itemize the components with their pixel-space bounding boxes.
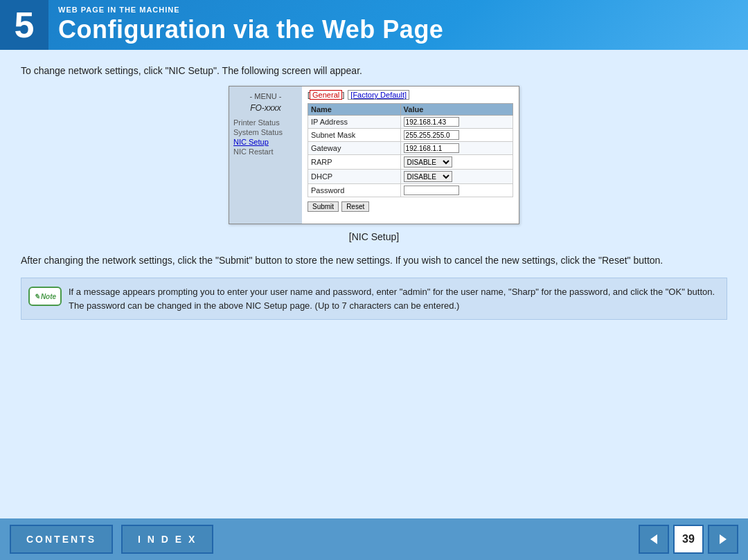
note-icon-label: Note: [41, 293, 56, 300]
subnet-mask-input[interactable]: [404, 130, 459, 140]
previous-page-button[interactable]: [639, 525, 669, 554]
nic-top-links: [General] [Factory Default]: [308, 91, 513, 99]
sidebar-link-nic-restart[interactable]: NIC Restart: [233, 147, 298, 156]
note-line1: If a message appears prompting you to en…: [69, 287, 715, 297]
field-label-gateway: Gateway: [308, 142, 401, 155]
reset-button[interactable]: Reset: [341, 201, 369, 212]
header-text-area: WEB PAGE IN THE MACHINE Configuration vi…: [48, 0, 443, 50]
nic-screenshot: - MENU - FO-xxxx Printer Status System S…: [229, 86, 519, 224]
nic-settings-table: Name Value IP Address Subnet Mask: [308, 103, 513, 197]
rarp-select[interactable]: DISABLE ENABLE: [404, 156, 452, 168]
sidebar-link-printer-status[interactable]: Printer Status: [233, 118, 298, 127]
note-box: ✎ Note If a message appears prompting yo…: [21, 278, 727, 320]
field-label-dhcp: DHCP: [308, 170, 401, 184]
bracket-close: ]: [342, 91, 344, 99]
printer-name: FO-xxxx: [233, 103, 298, 113]
header-title: Configuration via the Web Page: [58, 15, 443, 44]
table-row: IP Address: [308, 116, 513, 129]
chapter-number: 5: [15, 7, 35, 43]
col-header-value: Value: [400, 104, 513, 116]
general-link[interactable]: General: [310, 90, 342, 100]
footer-nav: 39: [639, 525, 738, 554]
field-value-dhcp: DISABLE ENABLE: [400, 170, 513, 184]
table-row: Password: [308, 184, 513, 197]
svg-marker-0: [650, 534, 657, 544]
field-label-subnet: Subnet Mask: [308, 129, 401, 142]
page-header: 5 WEB PAGE IN THE MACHINE Configuration …: [0, 0, 748, 50]
table-row: RARP DISABLE ENABLE: [308, 155, 513, 170]
nic-action-buttons: Submit Reset: [308, 201, 513, 212]
nic-main-panel: [General] [Factory Default] Name Value I…: [302, 87, 519, 224]
table-row: Subnet Mask: [308, 129, 513, 142]
dhcp-select[interactable]: DISABLE ENABLE: [404, 171, 452, 182]
table-row: DHCP DISABLE ENABLE: [308, 170, 513, 184]
field-label-ip: IP Address: [308, 116, 401, 129]
col-header-name: Name: [308, 104, 401, 116]
page-number: 39: [673, 525, 704, 554]
factory-default-link[interactable]: [Factory Default]: [348, 90, 409, 100]
field-value-gateway: [400, 142, 513, 155]
note-line2: The password can be changed in the above…: [69, 300, 459, 311]
chapter-number-box: 5: [0, 0, 48, 50]
note-icon: ✎ Note: [28, 287, 62, 306]
menu-label: - MENU -: [233, 92, 298, 100]
field-value-password: [400, 184, 513, 197]
next-page-button[interactable]: [708, 525, 738, 554]
next-arrow-icon: [717, 533, 729, 545]
svg-marker-1: [720, 534, 727, 544]
field-value-subnet: [400, 129, 513, 142]
prev-arrow-icon: [648, 533, 660, 545]
index-button[interactable]: I N D E X: [121, 525, 213, 554]
screenshot-caption: [NIC Setup]: [21, 231, 727, 242]
field-value-ip: [400, 116, 513, 129]
note-text-content: If a message appears prompting you to en…: [69, 285, 715, 312]
header-subtitle: WEB PAGE IN THE MACHINE: [58, 6, 443, 14]
main-content: To change network settings, click "NIC S…: [0, 50, 748, 327]
note-icon-checkmark: ✎: [34, 293, 39, 300]
contents-button[interactable]: CONTENTS: [10, 525, 113, 554]
sidebar-link-nic-setup[interactable]: NIC Setup: [233, 138, 298, 146]
password-input[interactable]: [404, 186, 459, 195]
body-paragraph: After changing the network settings, cli…: [21, 253, 727, 268]
ip-address-input[interactable]: [404, 117, 459, 127]
field-label-password: Password: [308, 184, 401, 197]
footer: CONTENTS I N D E X 39: [0, 518, 748, 560]
field-label-rarp: RARP: [308, 155, 401, 170]
nic-screenshot-wrapper: - MENU - FO-xxxx Printer Status System S…: [21, 86, 727, 224]
table-row: Gateway: [308, 142, 513, 155]
intro-paragraph: To change network settings, click "NIC S…: [21, 65, 727, 76]
field-value-rarp: DISABLE ENABLE: [400, 155, 513, 170]
submit-button[interactable]: Submit: [308, 201, 339, 212]
nic-sidebar: - MENU - FO-xxxx Printer Status System S…: [229, 87, 302, 224]
gateway-input[interactable]: [404, 143, 459, 153]
sidebar-link-system-status[interactable]: System Status: [233, 128, 298, 136]
